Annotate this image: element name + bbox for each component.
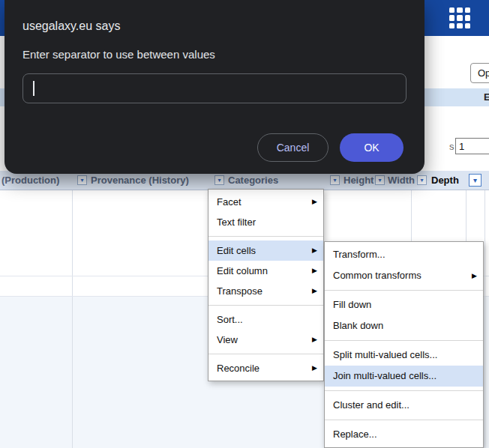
dialog-message: Enter separator to use between values <box>22 48 215 61</box>
separator-input[interactable] <box>22 73 406 103</box>
menu-separator <box>325 290 483 291</box>
menu-item-label: Split multi-valued cells... <box>333 349 437 360</box>
menu-item-cluster-and-edit[interactable]: Cluster and edit... <box>325 395 483 416</box>
menu-item-label: Join multi-valued cells... <box>333 370 436 381</box>
menu-item-sort[interactable]: Sort... <box>208 309 323 330</box>
menu-item-label: Fill down <box>333 299 371 310</box>
menu-separator <box>208 305 323 306</box>
ok-button[interactable]: OK <box>340 133 404 162</box>
column-border <box>72 190 73 448</box>
menu-item-label: Edit cells <box>217 245 256 256</box>
menu-item-join-multi-valued-cells[interactable]: Join multi-valued cells... <box>325 366 483 387</box>
menu-item-transpose[interactable]: Transpose ▶ <box>208 281 323 301</box>
menu-item-transform[interactable]: Transform... <box>325 244 483 265</box>
submenu-arrow-icon: ▶ <box>312 358 317 378</box>
menu-item-label: Edit column <box>217 265 268 276</box>
grid-square <box>457 23 462 28</box>
menu-separator <box>208 236 323 237</box>
menu-item-label: Blank down <box>333 320 383 331</box>
grid-square <box>457 15 462 20</box>
submenu-arrow-icon: ▶ <box>472 265 477 286</box>
menu-item-label: Transform... <box>333 249 386 260</box>
column-dropdown-icon[interactable]: ▾ <box>375 175 385 185</box>
page-size-input[interactable] <box>455 138 489 154</box>
browser-prompt-dialog: usegalaxy.eu says Enter separator to use… <box>4 0 424 174</box>
menu-item-label: Cluster and edit... <box>333 399 410 411</box>
menu-item-text-filter[interactable]: Text filter <box>208 212 323 232</box>
menu-item-edit-column[interactable]: Edit column ▶ <box>208 261 323 281</box>
menu-item-fill-down[interactable]: Fill down <box>325 294 483 315</box>
menu-separator <box>325 340 483 341</box>
menu-item-reconcile[interactable]: Reconcile ▶ <box>208 358 323 378</box>
grid-square <box>449 15 454 20</box>
apps-grid-icon[interactable] <box>449 7 470 28</box>
menu-item-common-transforms[interactable]: Common transforms ▶ <box>325 265 483 286</box>
menu-item-split-multi-valued-cells[interactable]: Split multi-valued cells... <box>325 345 483 366</box>
submenu-arrow-icon: ▶ <box>312 192 317 212</box>
menu-item-label: Replace... <box>333 429 377 440</box>
submenu-arrow-icon: ▶ <box>312 281 317 301</box>
summary-bar-text: E <box>484 91 489 103</box>
menu-item-label: Text filter <box>217 217 256 228</box>
menu-item-label: Reconcile <box>217 363 260 374</box>
column-dropdown-icon[interactable]: ▾ <box>214 175 224 185</box>
menu-separator <box>208 354 323 354</box>
column-dropdown-menu: Facet ▶ Text filter Edit cells ▶ Edit co… <box>208 189 324 381</box>
submenu-arrow-icon: ▶ <box>312 240 317 261</box>
column-border <box>484 190 485 448</box>
grid-square <box>465 15 470 20</box>
column-dropdown-icon[interactable]: ▾ <box>417 175 427 185</box>
column-dropdown-icon[interactable]: ▾ <box>469 174 482 187</box>
menu-item-replace[interactable]: Replace... <box>325 424 483 445</box>
grid-square <box>465 23 470 28</box>
menu-item-label: Facet <box>217 196 242 208</box>
open-project-button[interactable]: Op <box>470 63 489 83</box>
menu-separator <box>325 420 483 420</box>
column-dropdown-icon[interactable]: ▾ <box>330 175 340 185</box>
submenu-arrow-icon: ▶ <box>312 261 317 281</box>
menu-item-label: View <box>217 334 238 345</box>
screen: Op E s (Production) ▾ Provenance (Histor… <box>0 0 489 448</box>
menu-item-label: Sort... <box>217 314 243 325</box>
grid-square <box>449 23 454 28</box>
rows-label-fragment: s <box>449 141 454 152</box>
column-dropdown-icon[interactable]: ▾ <box>77 175 87 185</box>
menu-item-facet[interactable]: Facet ▶ <box>208 192 323 212</box>
menu-item-edit-cells[interactable]: Edit cells ▶ <box>208 240 323 261</box>
menu-item-blank-down[interactable]: Blank down <box>325 315 483 336</box>
menu-item-label: Common transforms <box>333 270 422 281</box>
grid-square <box>465 7 470 13</box>
submenu-arrow-icon: ▶ <box>312 330 317 350</box>
cancel-button[interactable]: Cancel <box>257 133 328 162</box>
menu-separator <box>325 390 483 391</box>
column-header-depth: Depth <box>431 171 459 190</box>
text-caret <box>33 81 34 96</box>
edit-cells-submenu: Transform... Common transforms ▶ Fill do… <box>324 241 484 448</box>
grid-square <box>457 7 462 13</box>
menu-item-label: Transpose <box>217 285 262 297</box>
dialog-title: usegalaxy.eu says <box>22 19 120 33</box>
grid-square <box>449 7 454 13</box>
menu-item-view[interactable]: View ▶ <box>208 330 323 350</box>
